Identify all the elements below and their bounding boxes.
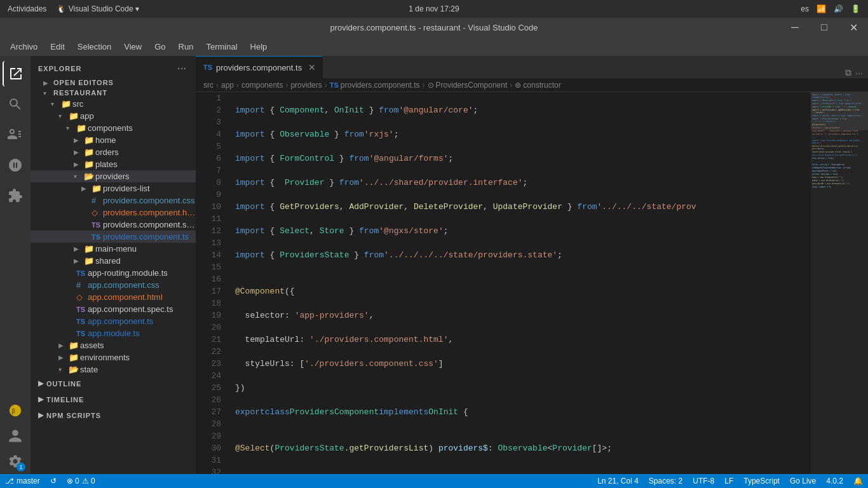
breadcrumb-sep3: › <box>285 81 288 90</box>
open-editors-arrow: ▶ <box>43 79 53 86</box>
sidebar-item-environments[interactable]: ▶ 📁 environments <box>31 351 196 363</box>
folder-icon: 📁 <box>69 111 80 121</box>
breadcrumb-providers[interactable]: providers <box>290 81 322 90</box>
cursor-position-item[interactable]: Ln 21, Col 4 <box>597 477 639 485</box>
sidebar-item-state[interactable]: ▾ 📂 state <box>31 363 196 376</box>
account-icon[interactable] <box>3 423 28 449</box>
sidebar-item-providers-list[interactable]: ▶ 📁 providers-list <box>31 182 196 194</box>
svg-point-0 <box>10 405 21 416</box>
sidebar-item-providers-html[interactable]: ▶ ◇ providers.component.html <box>31 207 196 219</box>
menu-file[interactable]: Archivo <box>5 39 43 54</box>
app-css-label: app.component.css <box>88 280 159 290</box>
spaces-label: Spaces: 2 <box>649 477 682 485</box>
split-editor-icon[interactable]: ⧉ <box>845 67 851 78</box>
sidebar: EXPLORER ··· ▶ OPEN EDITORS ▾ RESTAURANT… <box>31 56 196 474</box>
sidebar-item-providers-ts[interactable]: ▶ TS providers.component.ts <box>31 231 196 243</box>
menu-selection[interactable]: Selection <box>72 39 116 54</box>
tab-close-icon[interactable]: ✕ <box>308 62 316 72</box>
breadcrumb-src[interactable]: src <box>203 81 214 90</box>
activities-label[interactable]: Actividades <box>8 4 46 13</box>
search-activity-icon[interactable] <box>3 92 28 117</box>
encoding-label: UTF-8 <box>693 477 714 485</box>
breadcrumb-class[interactable]: ⊙ ProvidersComponent <box>428 81 508 90</box>
source-control-activity-icon[interactable] <box>3 122 28 147</box>
outline-section[interactable]: ▶ OUTLINE <box>31 376 196 391</box>
shared-label: shared <box>95 256 121 266</box>
css-file-icon: # <box>76 280 88 290</box>
tab-providers[interactable]: TS providers.component.ts ✕ <box>196 56 323 78</box>
breadcrumb-constructor[interactable]: ⊛ constructor <box>515 81 560 90</box>
title-bar: providers.component.ts - restaurant - Vi… <box>0 18 868 37</box>
explorer-icon[interactable] <box>3 61 28 86</box>
sidebar-item-app-html[interactable]: ▶ ◇ app.component.html <box>31 291 196 303</box>
debug-activity-icon[interactable] <box>3 152 28 178</box>
sidebar-item-main-menu[interactable]: ▶ 📁 main-menu <box>31 243 196 255</box>
html-file-icon: ◇ <box>76 292 88 302</box>
maximize-button[interactable]: □ <box>810 18 839 37</box>
language-item[interactable]: TypeScript <box>743 477 780 485</box>
providers-label: providers <box>95 172 129 181</box>
assets-label: assets <box>80 341 104 350</box>
settings-icon[interactable]: 1 <box>3 449 28 474</box>
app-name-label[interactable]: 🐧 Visual Studio Code ▾ <box>57 4 139 13</box>
breadcrumb-components[interactable]: components <box>241 81 283 90</box>
menu-view[interactable]: View <box>119 39 147 54</box>
timeline-section[interactable]: ▶ TIMELINE <box>31 391 196 407</box>
more-actions-icon[interactable]: ··· <box>855 68 863 78</box>
menu-bar: Archivo Edit Selection View Go Run Termi… <box>0 37 868 56</box>
orders-arrow: ▶ <box>74 149 84 156</box>
menu-run[interactable]: Run <box>173 39 199 54</box>
errors-item[interactable]: ⊗ 0 ⚠ 0 <box>67 477 95 485</box>
menu-terminal[interactable]: Terminal <box>201 39 242 54</box>
code-content[interactable]: import { Component, OnInit } from '@angu… <box>227 92 811 474</box>
more-options-icon[interactable]: ··· <box>176 62 188 75</box>
sidebar-item-app-module[interactable]: ▶ TS app.module.ts <box>31 327 196 339</box>
app-routing-label: app-routing.module.ts <box>88 268 168 278</box>
sidebar-item-providers-css[interactable]: ▶ # providers.component.css <box>31 194 196 207</box>
restaurant-section[interactable]: ▾ RESTAURANT <box>31 88 196 98</box>
system-bar: Actividades 🐧 Visual Studio Code ▾ 1 de … <box>0 0 868 18</box>
sidebar-item-assets[interactable]: ▶ 📁 assets <box>31 339 196 351</box>
spaces-item[interactable]: Spaces: 2 <box>649 477 682 485</box>
sidebar-item-plates[interactable]: ▶ 📁 plates <box>31 158 196 170</box>
providers-html-label: providers.component.html <box>103 208 196 217</box>
tab-label: providers.component.ts <box>216 63 302 72</box>
menu-help[interactable]: Help <box>245 39 273 54</box>
sidebar-item-shared[interactable]: ▶ 📁 shared <box>31 255 196 267</box>
sidebar-item-src[interactable]: ▾ 📁 src <box>31 98 196 110</box>
sidebar-item-home[interactable]: ▶ 📁 home <box>31 134 196 146</box>
sidebar-item-providers[interactable]: ▾ 📂 providers <box>31 170 196 182</box>
remote-icon[interactable]: β <box>3 398 28 423</box>
notification-icon[interactable]: 🔔 <box>853 477 863 485</box>
line-numbers: 12345 678910 1112131415 1617181920 21222… <box>196 92 227 474</box>
breadcrumb-file[interactable]: TS providers.component.ts <box>330 81 420 90</box>
npm-scripts-section[interactable]: ▶ NPM SCRIPTS <box>31 407 196 423</box>
live-share-item[interactable]: Go Live <box>790 477 816 485</box>
sidebar-item-app-ts[interactable]: ▶ TS app.component.ts <box>31 315 196 327</box>
sidebar-item-components[interactable]: ▾ 📁 components <box>31 122 196 134</box>
menu-go[interactable]: Go <box>149 39 170 54</box>
git-branch-item[interactable]: ⎇ master <box>5 477 40 485</box>
extensions-activity-icon[interactable] <box>3 183 28 208</box>
sidebar-item-orders[interactable]: ▶ 📁 orders <box>31 146 196 158</box>
open-editors-section[interactable]: ▶ OPEN EDITORS <box>31 78 196 88</box>
sidebar-item-app-routing[interactable]: ▶ TS app-routing.module.ts <box>31 267 196 279</box>
close-button[interactable]: ✕ <box>839 18 868 37</box>
sidebar-item-app[interactable]: ▾ 📁 app <box>31 110 196 122</box>
menu-edit[interactable]: Edit <box>45 39 69 54</box>
line-ending-item[interactable]: LF <box>724 477 733 485</box>
window-controls[interactable]: ─ □ ✕ <box>780 18 868 37</box>
outline-label: OUTLINE <box>46 380 81 388</box>
ts-spec-icon: TS <box>76 306 88 313</box>
breadcrumb-app[interactable]: app <box>221 81 234 90</box>
outline-arrow: ▶ <box>38 379 44 388</box>
minimize-button[interactable]: ─ <box>780 18 810 37</box>
app-html-label: app.component.html <box>88 292 163 302</box>
sidebar-item-app-css[interactable]: ▶ # app.component.css <box>31 279 196 291</box>
version-item[interactable]: 4.0.2 <box>826 477 843 485</box>
language-label: TypeScript <box>743 477 780 485</box>
sync-item[interactable]: ↺ <box>50 477 57 485</box>
sidebar-item-app-spec[interactable]: ▶ TS app.component.spec.ts <box>31 303 196 315</box>
encoding-item[interactable]: UTF-8 <box>693 477 714 485</box>
sidebar-item-providers-spec[interactable]: ▶ TS providers.component.spec.ts <box>31 219 196 231</box>
